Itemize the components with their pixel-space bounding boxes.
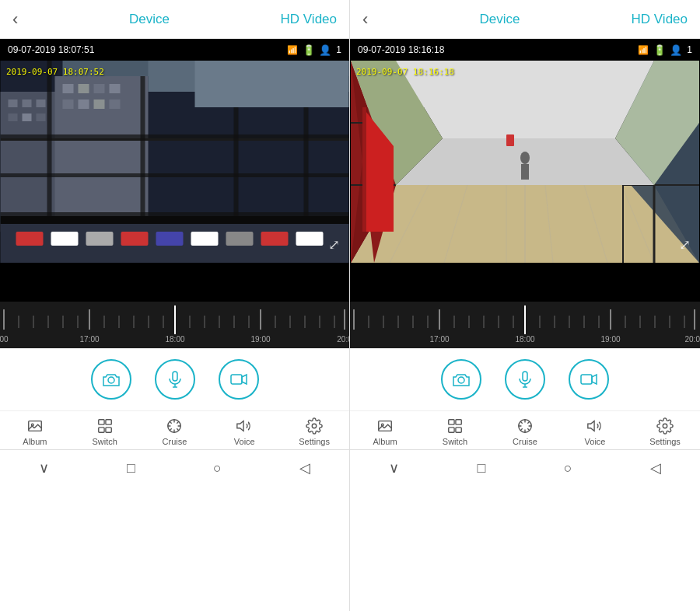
nav-circle-2[interactable]: ○	[548, 457, 588, 480]
svg-rect-121	[521, 164, 529, 180]
hd-tab-2[interactable]: HD Video	[632, 12, 688, 27]
cruise-icon-1	[166, 417, 183, 435]
svg-rect-14	[79, 100, 89, 109]
nav-circle-1[interactable]: ○	[198, 457, 237, 480]
svg-text:00: 00	[0, 335, 9, 344]
svg-point-86	[312, 424, 317, 428]
svg-rect-79	[98, 420, 103, 424]
svg-rect-82	[106, 428, 111, 432]
svg-rect-10	[79, 84, 89, 93]
wifi-icon-2: 📶	[638, 45, 649, 55]
user-icon-2: 👤	[670, 44, 682, 56]
voice-button-2[interactable]: Voice	[572, 417, 618, 446]
toolbar-1: Album Switch Cruise	[0, 410, 349, 449]
timeline-svg-2: 17:00 18:00 19:00 20:00	[350, 302, 700, 348]
hd-tab-1[interactable]: HD Video	[281, 12, 337, 27]
battery-icon-2: 🔋	[653, 44, 665, 56]
svg-marker-83	[237, 421, 243, 431]
settings-label-2: Settings	[649, 437, 681, 446]
cruise-label-1: Cruise	[163, 437, 187, 446]
expand-icon-1[interactable]: ⤢	[328, 236, 340, 253]
wifi-icon-1: 📶	[287, 45, 298, 55]
device-tab-1[interactable]: Device	[129, 12, 170, 27]
nav-chevron-1[interactable]: ∨	[23, 456, 65, 480]
svg-point-153	[458, 377, 464, 383]
back-button-2[interactable]: ‹	[362, 9, 368, 30]
switch-button-1[interactable]: Switch	[82, 417, 128, 446]
status-icons-2: 📶 🔋 👤 1	[638, 44, 692, 56]
settings-button-2[interactable]: Settings	[642, 417, 688, 446]
svg-rect-27	[261, 232, 289, 246]
nav-square-1[interactable]: □	[111, 457, 151, 480]
album-icon-2	[376, 417, 394, 435]
mic-button-2[interactable]	[505, 359, 545, 400]
switch-button-2[interactable]: Switch	[432, 417, 478, 446]
switch-label-1: Switch	[92, 437, 117, 446]
black-bar-1	[0, 263, 349, 302]
svg-rect-33	[1, 134, 349, 138]
camera-icon-2	[452, 370, 471, 389]
svg-text:18:00: 18:00	[515, 335, 534, 344]
record-button-1[interactable]	[219, 359, 259, 400]
device-tab-2[interactable]: Device	[479, 12, 520, 27]
snapshot-button-1[interactable]	[91, 359, 131, 400]
user-count-1: 1	[336, 44, 341, 55]
switch-icon-1	[96, 417, 114, 435]
svg-rect-75	[231, 375, 242, 384]
svg-text:20:00: 20:00	[684, 335, 700, 344]
svg-rect-157	[581, 375, 592, 384]
header-1: ‹ Device HD Video	[0, 0, 349, 39]
mic-button-1[interactable]	[155, 359, 195, 400]
voice-icon-1	[236, 417, 253, 435]
svg-text:19:00: 19:00	[250, 335, 270, 344]
settings-button-1[interactable]: Settings	[291, 417, 338, 446]
svg-rect-154	[523, 372, 527, 381]
album-button-2[interactable]: Album	[362, 417, 408, 446]
timeline-1[interactable]: 00 17:00 18:00 19:00 20:0	[0, 302, 349, 348]
cruise-button-1[interactable]: Cruise	[151, 417, 198, 446]
panel-1: ‹ Device HD Video 09-07-2019 18:07:51 📶 …	[0, 0, 350, 611]
svg-rect-13	[63, 100, 74, 109]
voice-label-1: Voice	[234, 437, 255, 446]
album-label-2: Album	[373, 437, 397, 446]
svg-rect-38	[195, 61, 349, 107]
record-button-2[interactable]	[569, 359, 609, 400]
timeline-2[interactable]: 17:00 18:00 19:00 20:00	[350, 302, 700, 348]
svg-rect-16	[110, 100, 121, 109]
svg-rect-119	[506, 134, 514, 146]
timestamp-2: 09-07-2019 18:16:18	[358, 44, 444, 55]
svg-text:18:00: 18:00	[165, 335, 184, 344]
svg-rect-162	[456, 420, 461, 424]
svg-rect-28	[296, 232, 324, 246]
svg-rect-20	[16, 232, 44, 246]
svg-rect-12	[110, 84, 121, 93]
switch-icon-2	[446, 417, 464, 435]
svg-rect-164	[456, 428, 461, 432]
status-bar-1: 09-07-2019 18:07:51 📶 🔋 👤 1	[0, 39, 349, 61]
nav-bar-2: ∨ □ ○ ◁	[350, 449, 700, 486]
panel-2: ‹ Device HD Video 09-07-2019 18:16:18 📶 …	[350, 0, 700, 611]
cruise-label-2: Cruise	[513, 437, 537, 446]
album-button-1[interactable]: Album	[12, 417, 58, 446]
nav-chevron-2[interactable]: ∨	[373, 456, 415, 480]
svg-rect-15	[94, 100, 105, 109]
svg-rect-7	[37, 113, 46, 121]
svg-rect-11	[94, 84, 105, 93]
snapshot-button-2[interactable]	[441, 359, 481, 400]
camera-icon-1	[102, 370, 121, 389]
svg-rect-26	[226, 232, 254, 246]
camera-feed-1	[0, 61, 349, 263]
voice-icon-2	[586, 417, 604, 435]
back-button-1[interactable]: ‹	[12, 9, 18, 30]
nav-bar-1: ∨ □ ○ ◁	[0, 449, 349, 486]
nav-back-1[interactable]: ◁	[284, 456, 326, 480]
expand-icon-2[interactable]: ⤢	[679, 236, 691, 253]
svg-rect-2	[9, 100, 18, 107]
nav-square-2[interactable]: □	[461, 457, 501, 480]
voice-button-1[interactable]: Voice	[221, 417, 268, 446]
nav-back-2[interactable]: ◁	[635, 456, 677, 480]
record-icon-1	[229, 370, 248, 389]
controls-1	[0, 348, 349, 410]
cruise-icon-2	[516, 417, 534, 435]
cruise-button-2[interactable]: Cruise	[502, 417, 548, 446]
